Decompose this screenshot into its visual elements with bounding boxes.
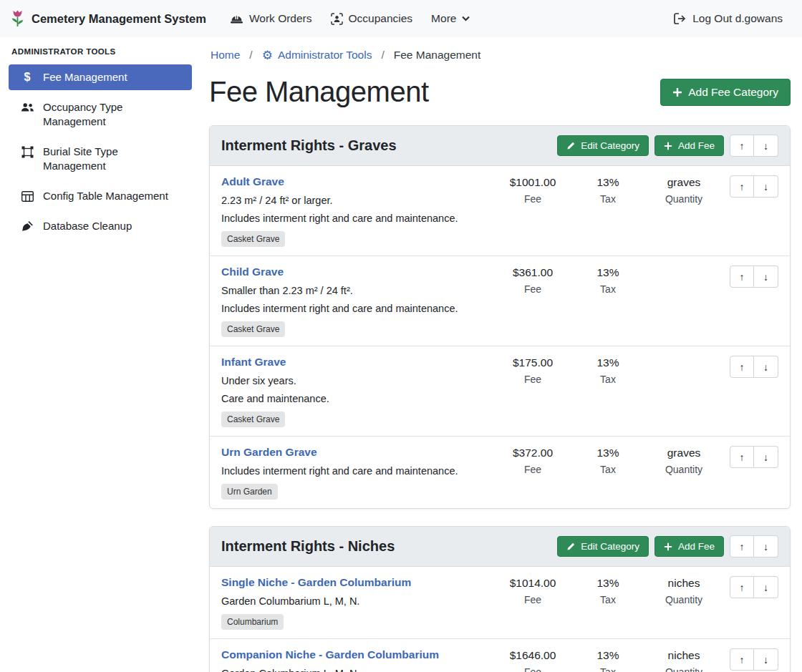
- move-fee-up-button[interactable]: ↑: [730, 356, 754, 378]
- breadcrumb-home[interactable]: Home: [211, 49, 240, 62]
- fee-description: Care and maintenance.: [221, 393, 493, 404]
- move-fee-down-button[interactable]: ↓: [754, 446, 778, 468]
- breadcrumb-home-label: Home: [211, 49, 240, 62]
- fee-name-link[interactable]: Adult Grave: [221, 175, 284, 188]
- quantity-stat-label: Quantity: [644, 666, 724, 672]
- sidebar-item-config-table[interactable]: Config Table Management: [9, 183, 192, 209]
- move-fee-up-button[interactable]: ↑: [730, 446, 754, 468]
- add-fee-category-button[interactable]: Add Fee Category: [660, 79, 791, 106]
- fee-name-link[interactable]: Urn Garden Grave: [221, 446, 317, 459]
- fee-name-link[interactable]: Companion Niche - Garden Columbarium: [221, 648, 439, 661]
- edit-category-button[interactable]: Edit Category: [557, 536, 649, 557]
- plus-icon: [664, 542, 672, 551]
- fee-description: Includes interment right and care and ma…: [221, 465, 493, 477]
- fee-description: Includes interment right and care and ma…: [221, 303, 493, 314]
- fee-value: $175.00: [493, 356, 572, 369]
- tax-stat: 13% Tax: [572, 648, 644, 672]
- quantity-stat: graves Quantity: [644, 175, 724, 205]
- move-fee-down-button[interactable]: ↓: [754, 356, 778, 378]
- quantity-value: graves: [644, 447, 724, 459]
- fee-reorder: ↑ ↓: [730, 266, 778, 288]
- move-fee-up-button[interactable]: ↑: [730, 266, 754, 288]
- move-category-down-button[interactable]: ↓: [754, 135, 778, 157]
- fee-type-badge: Casket Grave: [221, 412, 285, 427]
- move-fee-up-button[interactable]: ↑: [730, 576, 754, 598]
- fee-description: 2.23 m² / 24 ft² or larger.: [221, 195, 493, 206]
- fee-reorder: ↑ ↓: [730, 175, 778, 198]
- logout-label: Log Out d.gowans: [692, 12, 783, 25]
- dollar-icon: $: [20, 70, 34, 84]
- fee-reorder: ↑ ↓: [730, 576, 778, 598]
- fee-category-card: Interment Rights - Graves Edit Category …: [209, 125, 791, 509]
- tax-stat-label: Tax: [572, 283, 644, 295]
- quantity-value: niches: [644, 577, 724, 590]
- tax-stat: 13% Tax: [572, 446, 644, 475]
- arrow-down-icon: ↓: [763, 361, 768, 373]
- fee-row: Adult Grave 2.23 m² / 24 ft² or larger. …: [210, 166, 790, 256]
- quantity-value: niches: [644, 649, 724, 662]
- vector-square-icon: [20, 145, 34, 159]
- move-fee-down-button[interactable]: ↓: [754, 175, 778, 198]
- add-fee-button[interactable]: Add Fee: [654, 536, 724, 557]
- move-category-down-button[interactable]: ↓: [754, 535, 778, 557]
- tax-value: 13%: [572, 577, 644, 590]
- breadcrumb-current: Fee Management: [394, 49, 481, 62]
- category-header: Interment Rights - Graves Edit Category …: [210, 126, 790, 166]
- fee-type-badge: Casket Grave: [221, 321, 285, 337]
- admin-sidebar: ADMINISTRATOR TOOLS $ Fee Management Occ…: [0, 37, 200, 672]
- move-fee-up-button[interactable]: ↑: [730, 648, 754, 671]
- plus-icon: [672, 87, 682, 97]
- fee-row: Child Grave Smaller than 2.23 m² / 24 ft…: [210, 256, 790, 346]
- nav-more[interactable]: More: [422, 6, 479, 31]
- quantity-stat: niches Quantity: [644, 576, 724, 605]
- fee-type-badge: Columbarium: [221, 614, 284, 630]
- tulip-logo-icon: [10, 9, 25, 28]
- add-fee-label: Add Fee: [678, 541, 715, 552]
- tax-value: 13%: [572, 176, 644, 189]
- fee-name-link[interactable]: Infant Grave: [221, 356, 286, 369]
- sidebar-item-fee-management[interactable]: $ Fee Management: [9, 64, 192, 90]
- nav-work-orders-label: Work Orders: [249, 12, 312, 25]
- arrow-up-icon: ↑: [740, 140, 745, 152]
- sidebar-item-occupancy-type[interactable]: Occupancy Type Management: [9, 94, 192, 135]
- tax-stat-label: Tax: [572, 193, 644, 205]
- fee-type-badge: Casket Grave: [221, 231, 285, 247]
- occupancy-frame-icon: [331, 13, 343, 25]
- plus-icon: [664, 142, 672, 150]
- add-fee-button[interactable]: Add Fee: [654, 135, 724, 156]
- sidebar-item-burial-site-type[interactable]: Burial Site Type Management: [9, 139, 192, 179]
- logout-link[interactable]: Log Out d.gowans: [665, 6, 792, 31]
- arrow-down-icon: ↓: [763, 541, 768, 552]
- fee-stat-label: Fee: [493, 666, 572, 672]
- gear-icon: ⚙: [262, 49, 273, 62]
- fee-stat: $361.00 Fee: [493, 266, 572, 295]
- category-title: Interment Rights - Graves: [221, 137, 397, 154]
- fee-stat-label: Fee: [493, 464, 572, 475]
- arrow-up-icon: ↑: [740, 271, 745, 283]
- brand-link[interactable]: Cemetery Management System: [10, 9, 206, 28]
- tax-value: 13%: [572, 447, 644, 459]
- move-category-up-button[interactable]: ↑: [730, 535, 754, 557]
- move-fee-up-button[interactable]: ↑: [730, 175, 754, 198]
- top-navbar: Cemetery Management System Work Orders O…: [0, 0, 802, 37]
- fee-stat: $1014.00 Fee: [493, 576, 572, 605]
- fee-name-link[interactable]: Single Niche - Garden Columbarium: [221, 576, 411, 589]
- nav-work-orders[interactable]: Work Orders: [221, 6, 322, 31]
- edit-category-button[interactable]: Edit Category: [557, 135, 649, 156]
- move-category-up-button[interactable]: ↑: [730, 135, 754, 157]
- breadcrumb-admin-tools[interactable]: ⚙ Administrator Tools: [262, 49, 372, 62]
- nav-more-label: More: [431, 12, 456, 25]
- add-fee-category-label: Add Fee Category: [688, 86, 778, 99]
- move-fee-down-button[interactable]: ↓: [754, 648, 778, 671]
- sidebar-item-database-cleanup[interactable]: Database Cleanup: [9, 213, 192, 239]
- move-fee-down-button[interactable]: ↓: [754, 266, 778, 288]
- tax-stat-label: Tax: [572, 666, 644, 672]
- table-icon: [20, 189, 34, 203]
- move-fee-down-button[interactable]: ↓: [754, 576, 778, 598]
- quantity-stat: niches Quantity: [644, 648, 724, 672]
- nav-occupancies[interactable]: Occupancies: [322, 6, 422, 31]
- arrow-down-icon: ↓: [763, 181, 768, 193]
- fee-stat-label: Fee: [493, 193, 572, 205]
- fee-name-link[interactable]: Child Grave: [221, 266, 284, 278]
- quantity-stat-empty: [644, 356, 724, 356]
